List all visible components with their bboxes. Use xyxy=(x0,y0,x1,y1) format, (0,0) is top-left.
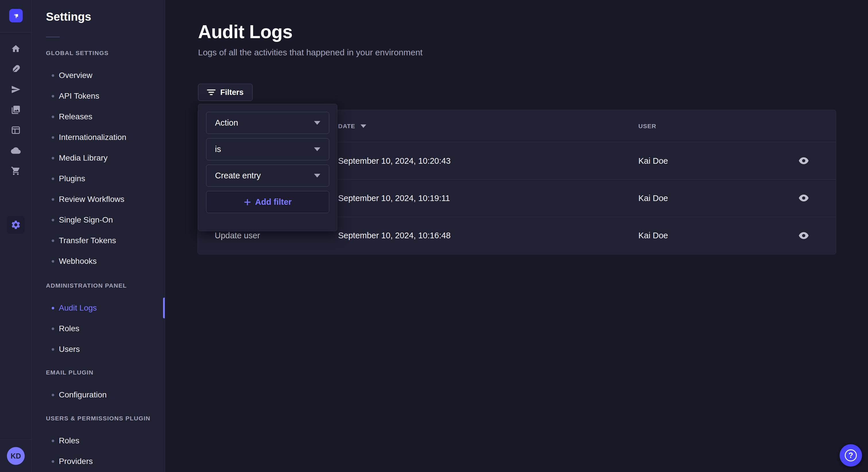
sidebar-item-internationalization[interactable]: Internationalization xyxy=(32,127,165,148)
chevron-down-icon xyxy=(314,147,320,151)
section-email-plugin: EMAIL PLUGIN Configuration xyxy=(32,369,165,405)
icon-rail: KD xyxy=(0,0,32,472)
sidebar-item-transfer-tokens[interactable]: Transfer Tokens xyxy=(32,230,165,251)
sidebar-item-media-library[interactable]: Media Library xyxy=(32,148,165,168)
view-log-button[interactable] xyxy=(797,193,810,204)
help-button[interactable]: ? xyxy=(840,444,862,467)
section-label: EMAIL PLUGIN xyxy=(46,369,165,376)
page-title: Audit Logs xyxy=(198,21,292,42)
filter-field-select[interactable]: Action xyxy=(206,112,329,134)
filter-value-select[interactable]: Create entry xyxy=(206,165,329,187)
section-label: USERS & PERMISSIONS PLUGIN xyxy=(46,415,165,422)
section-global-settings: GLOBAL SETTINGS Overview API Tokens Rele… xyxy=(32,49,165,272)
rail-bottom-divider xyxy=(0,440,31,440)
user-cell: Kai Doe xyxy=(639,156,668,165)
rail-divider xyxy=(0,32,31,32)
bullet-icon xyxy=(52,394,54,396)
sidebar-item-up-roles[interactable]: Roles xyxy=(32,430,165,451)
date-cell: September 10, 2024, 10:20:43 xyxy=(338,156,451,165)
sidebar-item-providers[interactable]: Providers xyxy=(32,451,165,472)
filter-popover: Action is Create entry Add filter xyxy=(198,104,337,231)
chevron-down-icon xyxy=(314,121,320,125)
strapi-logo-icon[interactable] xyxy=(9,9,23,22)
active-indicator xyxy=(163,298,165,318)
chevron-down-icon xyxy=(314,174,320,177)
paper-plane-icon[interactable] xyxy=(10,85,21,94)
sidebar-item-admin-users[interactable]: Users xyxy=(32,339,165,360)
sidebar-item-releases[interactable]: Releases xyxy=(32,106,165,127)
bullet-icon xyxy=(52,440,54,442)
user-cell: Kai Doe xyxy=(639,193,668,203)
sidebar-title: Settings xyxy=(46,10,91,23)
media-library-icon[interactable] xyxy=(10,105,21,115)
section-administration-panel: ADMINISTRATION PANEL Audit Logs Roles Us… xyxy=(32,282,165,360)
layout-icon[interactable] xyxy=(10,125,21,135)
filter-icon xyxy=(207,89,216,96)
sidebar-item-webhooks[interactable]: Webhooks xyxy=(32,251,165,272)
column-header-user: USER xyxy=(639,110,656,142)
date-cell: September 10, 2024, 10:16:48 xyxy=(338,231,451,240)
main-content: Audit Logs Logs of all the activities th… xyxy=(165,0,868,472)
feather-icon[interactable] xyxy=(10,64,21,74)
question-mark-icon: ? xyxy=(845,449,857,461)
user-cell: Kai Doe xyxy=(639,231,668,240)
sidebar-item-plugins[interactable]: Plugins xyxy=(32,168,165,189)
cloud-icon[interactable] xyxy=(10,146,21,156)
bullet-icon xyxy=(52,177,54,180)
bullet-icon xyxy=(52,157,54,160)
filters-button[interactable]: Filters xyxy=(198,84,253,101)
eye-icon xyxy=(799,194,809,202)
sidebar-title-rule xyxy=(46,37,60,37)
bullet-icon xyxy=(52,115,54,118)
view-log-button[interactable] xyxy=(797,230,810,241)
sidebar-item-single-sign-on[interactable]: Single Sign-On xyxy=(32,210,165,230)
bullet-icon xyxy=(52,260,54,263)
bullet-icon xyxy=(52,348,54,351)
sort-descending-icon xyxy=(361,125,366,128)
bullet-icon xyxy=(52,328,54,330)
bullet-icon xyxy=(52,239,54,242)
bullet-icon xyxy=(52,74,54,77)
bullet-icon xyxy=(52,95,54,98)
bullet-icon xyxy=(52,219,54,222)
rail-nav xyxy=(0,44,31,176)
sidebar-item-audit-logs[interactable]: Audit Logs xyxy=(32,298,165,318)
sidebar-item-review-workflows[interactable]: Review Workflows xyxy=(32,189,165,210)
plus-icon xyxy=(244,198,251,206)
column-header-date[interactable]: DATE xyxy=(338,110,366,142)
filter-operator-select[interactable]: is xyxy=(206,138,329,160)
gear-icon[interactable] xyxy=(7,216,25,234)
bullet-icon xyxy=(52,307,54,309)
section-label: ADMINISTRATION PANEL xyxy=(46,282,165,289)
section-label: GLOBAL SETTINGS xyxy=(46,49,165,57)
add-filter-button[interactable]: Add filter xyxy=(206,191,329,213)
eye-icon xyxy=(799,232,809,239)
sidebar-item-configuration[interactable]: Configuration xyxy=(32,384,165,405)
avatar[interactable]: KD xyxy=(7,447,25,465)
home-icon[interactable] xyxy=(10,44,21,54)
sidebar-item-admin-roles[interactable]: Roles xyxy=(32,318,165,339)
sidebar-item-api-tokens[interactable]: API Tokens xyxy=(32,86,165,106)
view-log-button[interactable] xyxy=(797,155,810,167)
section-users-permissions-plugin: USERS & PERMISSIONS PLUGIN Roles Provide… xyxy=(32,415,165,472)
bullet-icon xyxy=(52,460,54,463)
settings-sidebar: Settings GLOBAL SETTINGS Overview API To… xyxy=(32,0,165,472)
cart-icon[interactable] xyxy=(10,166,21,176)
page-subtitle: Logs of all the activities that happened… xyxy=(198,47,423,57)
bullet-icon xyxy=(52,198,54,201)
date-cell: September 10, 2024, 10:19:11 xyxy=(338,193,450,203)
sidebar-item-overview[interactable]: Overview xyxy=(32,65,165,86)
bullet-icon xyxy=(52,136,54,139)
eye-icon xyxy=(799,157,809,164)
action-cell: Update user xyxy=(215,231,260,240)
